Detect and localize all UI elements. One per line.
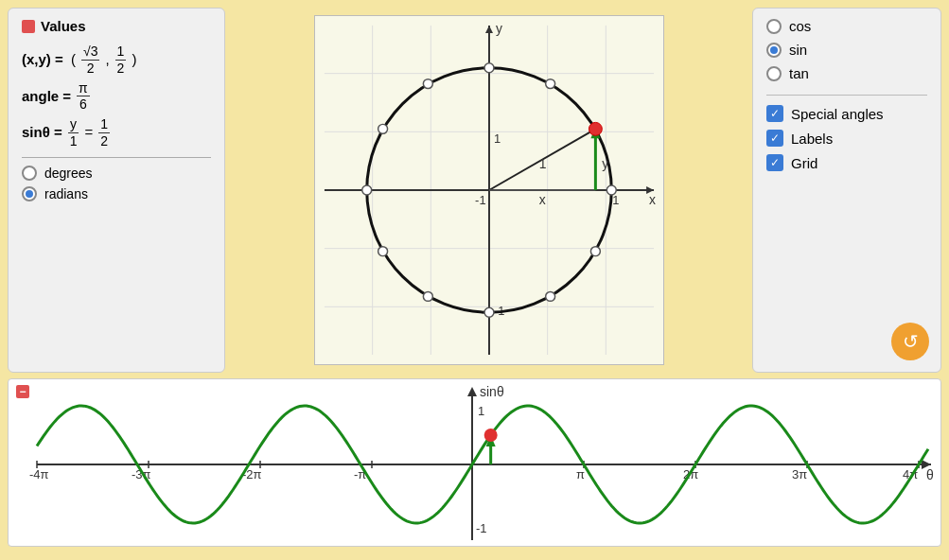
divider <box>22 157 211 158</box>
svg-point-16 <box>361 185 371 195</box>
radians-option[interactable]: radians <box>22 186 211 201</box>
sine-current-dot[interactable] <box>484 429 498 442</box>
origin-neg1-x: -1 <box>475 193 485 207</box>
y-leg-label: y <box>602 156 608 171</box>
paren-close: ) <box>132 45 136 74</box>
coord-label: (x,y) = <box>22 45 63 74</box>
pos1-y: 1 <box>493 131 500 146</box>
values-body: (x,y) = ( √3 2 , 1 2 ) angle = <box>22 44 211 149</box>
angle-units-group: degrees radians <box>22 166 211 201</box>
svg-point-12 <box>545 79 554 89</box>
sin-theta-label: sinθ <box>480 384 504 399</box>
radians-radio-fill <box>26 190 33 198</box>
svg-point-15 <box>378 124 387 133</box>
svg-point-10 <box>606 185 616 195</box>
coord-x-den: 2 <box>85 61 97 77</box>
svg-point-21 <box>590 247 600 256</box>
bottom-minus-icon: − <box>16 385 29 398</box>
sin-val-frac: 1 2 <box>98 116 110 149</box>
grid-label: Grid <box>791 155 817 171</box>
y-axis-label: y <box>495 21 501 36</box>
comma: , <box>105 45 109 74</box>
values-icon <box>22 20 35 33</box>
coord-x-num: √3 <box>81 44 99 61</box>
cos-option[interactable]: cos <box>766 18 927 34</box>
special-angles-label: Special angles <box>791 106 884 122</box>
radians-label: radians <box>44 186 88 201</box>
x-axis-label: x <box>649 192 656 207</box>
cos-radio[interactable] <box>766 19 782 34</box>
controls-divider <box>766 95 927 96</box>
tan-radio[interactable] <box>766 66 782 81</box>
circle-area: x y -1 1 1 -1 <box>233 8 745 373</box>
labels-checkbox[interactable]: ✓ <box>766 130 783 147</box>
special-angles-item[interactable]: ✓ Special angles <box>766 105 927 122</box>
grid-item[interactable]: ✓ Grid <box>766 154 927 171</box>
svg-point-20 <box>545 291 554 301</box>
values-title: Values <box>22 18 211 34</box>
sine-wave-section: − θ sinθ 1 -1 -4π -3π -2π -π π 2π 3π 4π <box>8 378 941 547</box>
hyp-label: 1 <box>538 156 546 171</box>
angle-row: angle = π 6 <box>22 80 211 114</box>
sin-row: sinθ = y 1 = 1 2 <box>22 116 211 149</box>
top-section: Values (x,y) = ( √3 2 , 1 2 ) <box>0 0 949 378</box>
refresh-icon: ↺ <box>903 330 919 353</box>
svg-point-17 <box>378 247 387 256</box>
radians-radio[interactable] <box>22 186 37 201</box>
coord-row: (x,y) = ( √3 2 , 1 2 ) <box>22 44 211 77</box>
sin-val-num: 1 <box>98 116 110 133</box>
3pi-label: 3π <box>792 467 807 481</box>
labels-item[interactable]: ✓ Labels <box>766 130 927 147</box>
grid-checkbox[interactable]: ✓ <box>766 154 783 171</box>
sin-label: sin <box>789 42 807 58</box>
sine-bot-val: -1 <box>476 521 487 535</box>
sin-y-num: y <box>68 116 79 133</box>
svg-point-18 <box>423 291 432 301</box>
sin-radio[interactable] <box>766 43 782 58</box>
pi-label: π <box>576 467 585 481</box>
circle-svg: x y -1 1 1 -1 <box>315 16 663 364</box>
sine-wave-svg: θ sinθ 1 -1 -4π -3π -2π -π π 2π 3π 4π <box>9 379 941 547</box>
sin-radio-fill <box>770 46 778 54</box>
theta-label: θ <box>926 467 934 482</box>
svg-point-14 <box>423 79 432 89</box>
y-arrow <box>485 26 493 33</box>
coord-x-frac: √3 2 <box>81 44 99 77</box>
degrees-label: degrees <box>44 166 93 181</box>
angle-num: π <box>77 80 90 97</box>
function-radio-group: cos sin tan <box>766 18 927 81</box>
refresh-button[interactable]: ↺ <box>891 323 929 360</box>
coord-y-frac: 1 2 <box>115 44 127 77</box>
sin-equals2: = <box>85 118 94 147</box>
point-on-circle[interactable] <box>589 122 602 135</box>
degrees-option[interactable]: degrees <box>22 166 211 181</box>
values-panel: Values (x,y) = ( √3 2 , 1 2 ) <box>8 8 225 373</box>
angle-den: 6 <box>78 96 89 113</box>
values-heading: Values <box>41 18 86 34</box>
sine-y-arrow <box>467 387 477 396</box>
coord-y-num: 1 <box>115 44 127 61</box>
x-leg-label: x <box>538 192 545 207</box>
special-angles-checkbox[interactable]: ✓ <box>766 105 783 122</box>
circle-canvas[interactable]: x y -1 1 1 -1 <box>314 15 664 365</box>
svg-point-13 <box>484 63 494 73</box>
sin-y-frac: y 1 <box>68 116 79 149</box>
sin-val-den: 2 <box>98 133 110 149</box>
controls-panel: cos sin tan ✓ Special angles ✓ Labels ✓ <box>752 8 941 373</box>
coord-y-den: 2 <box>115 61 127 77</box>
x-axis-labels: -4π -3π -2π -π π 2π 3π 4π <box>29 467 918 481</box>
angle-frac: π 6 <box>77 80 90 114</box>
sin-option[interactable]: sin <box>766 42 927 58</box>
paren-open: ( <box>67 45 76 74</box>
angle-label: angle = <box>22 82 71 111</box>
sqrt3: √3 <box>83 44 97 59</box>
sin-label: sinθ = <box>22 118 62 147</box>
cos-label: cos <box>789 18 811 34</box>
neg4pi-label: -4π <box>29 467 49 481</box>
tan-option[interactable]: tan <box>766 65 927 81</box>
sine-top-val: 1 <box>478 404 484 418</box>
degrees-radio[interactable] <box>22 166 37 181</box>
svg-point-19 <box>484 307 494 317</box>
tan-label: tan <box>789 65 809 81</box>
sin-y-den: 1 <box>68 133 79 149</box>
